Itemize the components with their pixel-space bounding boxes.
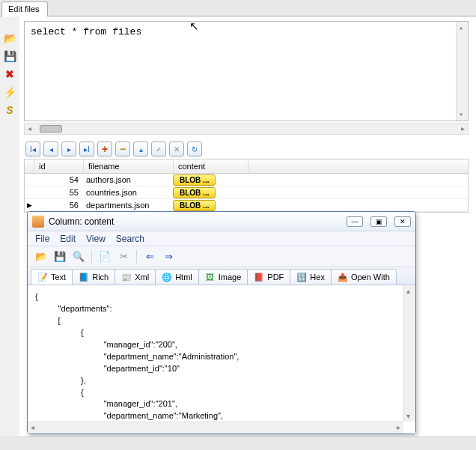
sql-editor[interactable]: select * from files [24, 21, 469, 121]
open-icon[interactable]: 📂 [3, 31, 16, 45]
menu-view[interactable]: View [86, 234, 106, 244]
tool-forward-icon[interactable]: ⇒ [161, 249, 176, 264]
view-tabs: 📝Text 📘Rich 📰Xml 🌐Html 🖼Image 📕PDF 🔢Hex … [28, 267, 415, 285]
table-row[interactable]: 56departments.jsonBLOB ... [25, 199, 468, 212]
tool-save-icon[interactable]: 💾 [52, 249, 67, 264]
tool-back-icon[interactable]: ⇐ [142, 249, 157, 264]
tab-xml[interactable]: 📰Xml [115, 269, 156, 285]
execute-icon[interactable]: ⚡ [3, 85, 16, 99]
tool-cut-icon[interactable]: ✂ [116, 249, 131, 264]
tab-html[interactable]: 🌐Html [155, 269, 199, 285]
dialog-title: Column: content [49, 216, 347, 227]
nav-refresh-button[interactable]: ↻ [187, 142, 202, 156]
minimize-button[interactable]: — [347, 216, 363, 227]
cell-id[interactable]: 54 [34, 175, 83, 184]
close-button[interactable]: ✕ [394, 216, 411, 227]
xml-icon: 📰 [121, 272, 132, 282]
nav-cancel-button[interactable]: ✕ [169, 142, 184, 156]
cell-filename[interactable]: countries.json [83, 188, 173, 197]
status-bar [0, 437, 476, 450]
dialog-toolbar: 📂 💾 🔍 📄 ✂ ⇐ ⇒ [28, 246, 415, 267]
tab-edit-files[interactable]: Edit files [1, 1, 48, 16]
dialog-titlebar[interactable]: Column: content — ▣ ✕ [28, 212, 415, 231]
tool-open-icon[interactable]: 📂 [34, 249, 49, 264]
menu-search[interactable]: Search [116, 234, 144, 244]
rich-icon: 📘 [79, 272, 89, 282]
tab-label: Edit files [8, 4, 40, 13]
tab-pdf[interactable]: 📕PDF [247, 269, 290, 285]
cell-filename[interactable]: departments.json [83, 201, 173, 210]
nav-next-button[interactable]: ▸ [61, 142, 76, 156]
pdf-icon: 📕 [254, 272, 264, 282]
col-id[interactable]: id [34, 159, 84, 173]
nav-prev-button[interactable]: ◂ [43, 142, 58, 156]
nav-last-button[interactable]: ▸I [79, 142, 94, 156]
dialog-icon [32, 216, 44, 228]
sql-scroll-vertical[interactable] [456, 22, 468, 121]
content-text: { "departments": [ { "manager_id":"200",… [35, 291, 408, 434]
content-scroll-horizontal[interactable] [28, 422, 403, 434]
image-icon: 🖼 [205, 272, 216, 282]
col-content[interactable]: content [174, 159, 248, 173]
column-content-dialog: Column: content — ▣ ✕ File Edit View Sea… [27, 211, 416, 434]
maximize-button[interactable]: ▣ [370, 216, 387, 227]
nav-commit-button[interactable]: ✓ [151, 142, 166, 156]
row-marker [25, 201, 34, 209]
record-navigator: I◂ ◂ ▸ ▸I + − ▴ ✓ ✕ ↻ [24, 139, 469, 159]
sql-text: select * from files [31, 26, 141, 37]
tab-rich[interactable]: 📘Rich [72, 269, 115, 285]
hex-icon: 🔢 [296, 272, 307, 282]
menu-edit[interactable]: Edit [60, 234, 76, 244]
html-icon: 🌐 [162, 272, 172, 282]
text-icon: 📝 [37, 272, 48, 282]
script-icon[interactable]: S [3, 103, 16, 117]
results-grid: id filename content 54authors.jsonBLOB .… [24, 159, 469, 213]
tab-image[interactable]: 🖼Image [198, 269, 248, 285]
content-scroll-vertical[interactable] [403, 285, 415, 422]
save-icon[interactable]: 💾 [3, 49, 16, 63]
nav-first-button[interactable]: I◂ [25, 142, 40, 156]
table-row[interactable]: 54authors.jsonBLOB ... [25, 174, 468, 186]
left-toolbar: 📂 💾 ✖ ⚡ S [0, 16, 19, 436]
menu-file[interactable]: File [35, 234, 49, 244]
nav-edit-button[interactable]: ▴ [133, 142, 148, 156]
blob-button[interactable]: BLOB ... [173, 174, 216, 186]
blob-button[interactable]: BLOB ... [173, 187, 216, 198]
cell-filename[interactable]: authors.json [83, 175, 173, 184]
cell-content: BLOB ... [173, 174, 248, 186]
grid-header: id filename content [25, 159, 468, 174]
cell-id[interactable]: 55 [34, 188, 83, 197]
cell-content: BLOB ... [173, 200, 248, 211]
col-filename[interactable]: filename [84, 159, 174, 173]
cell-id[interactable]: 56 [34, 201, 83, 210]
sql-scroll-horizontal[interactable] [24, 123, 469, 135]
tool-copy-icon[interactable]: 📄 [97, 249, 112, 264]
tab-openwith[interactable]: 📤Open With [331, 269, 397, 285]
dialog-menubar: File Edit View Search [28, 231, 415, 246]
tab-hex[interactable]: 🔢Hex [290, 269, 332, 285]
content-viewer[interactable]: { "departments": [ { "manager_id":"200",… [28, 285, 415, 434]
tab-strip: Edit files [0, 0, 476, 16]
nav-remove-button[interactable]: − [115, 142, 130, 156]
cell-content: BLOB ... [173, 187, 248, 198]
table-row[interactable]: 55countries.jsonBLOB ... [25, 186, 468, 199]
tab-text[interactable]: 📝Text [31, 269, 73, 285]
delete-icon[interactable]: ✖ [3, 67, 16, 81]
blob-button[interactable]: BLOB ... [173, 200, 216, 211]
openwith-icon: 📤 [338, 272, 348, 282]
tool-search-icon[interactable]: 🔍 [71, 249, 86, 264]
nav-add-button[interactable]: + [97, 142, 112, 156]
